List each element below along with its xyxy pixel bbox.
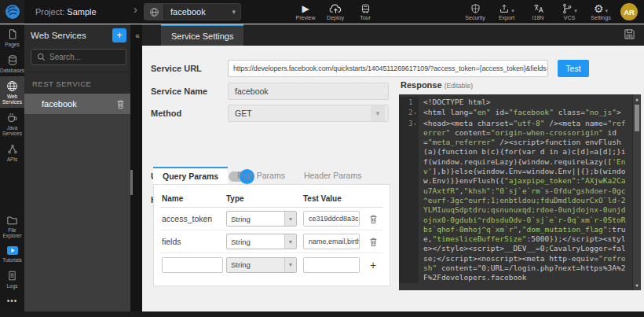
sidebar-item-java-services[interactable]: Java Services xyxy=(0,108,24,139)
web-services-panel: Web Services + Search... REST SERVICE fa… xyxy=(24,24,133,311)
toolbar-right: Security ▾ Export I18N ▾ VCS xyxy=(465,2,611,20)
chevron-down-icon: ▼ xyxy=(284,258,296,272)
tab-service-settings[interactable]: Service Settings xyxy=(161,24,243,46)
bottom-bar xyxy=(0,311,644,317)
rail-spacer xyxy=(0,165,24,211)
chevron-down-icon: ▾ xyxy=(232,8,240,16)
method-select[interactable]: GET ▼ xyxy=(228,105,389,122)
sidebar-item-logs[interactable]: Logs xyxy=(0,266,24,292)
folder-icon xyxy=(6,215,18,226)
i18n-button[interactable]: I18N xyxy=(528,2,548,20)
service-selector-value: facebook xyxy=(164,7,232,17)
service-name-input[interactable]: facebook xyxy=(228,83,389,100)
database-icon xyxy=(7,54,18,66)
vcs-branch-icon xyxy=(562,3,573,14)
param-test-value-input[interactable]: name,email,birthdate xyxy=(303,234,360,249)
service-settings-content: Service URL https://developers.facebook.… xyxy=(142,46,644,311)
response-editor[interactable]: 1 <!DOCTYPE html>2▾<html lang="en" id="f… xyxy=(399,94,641,290)
response-label: Response (Editable) xyxy=(401,80,473,90)
app-root: Project: Sample › facebook ▾ ▶ Preview D… xyxy=(0,0,644,317)
param-row-fields: fields String ▼ name,email,birthdate xyxy=(160,230,383,253)
export-button[interactable]: ▾ Export xyxy=(496,2,517,20)
service-item-name: facebook xyxy=(42,99,77,109)
query-params-card: Name Type Test Value access_token String… xyxy=(153,184,390,286)
param-name: fields xyxy=(160,237,226,246)
col-name: Name xyxy=(160,194,226,203)
method-label: Method xyxy=(151,109,181,118)
search-placeholder: Search... xyxy=(49,53,81,61)
service-url-input[interactable]: https://developers.facebook.com/quicksta… xyxy=(228,60,548,77)
delete-service-button[interactable] xyxy=(116,99,125,109)
logs-icon xyxy=(7,270,17,282)
search-icon xyxy=(37,53,46,61)
collapse-panel-button[interactable]: « xyxy=(133,31,142,40)
security-button[interactable]: Security xyxy=(465,2,485,20)
save-button[interactable] xyxy=(624,28,635,40)
delete-param-button[interactable] xyxy=(363,214,383,224)
param-test-value-input[interactable]: ce319ddcd8a3c44d xyxy=(303,211,360,227)
service-selector-dropdown[interactable]: facebook ▾ xyxy=(144,3,241,20)
tab-header-params[interactable]: Header Params xyxy=(295,167,371,184)
rail-more-button[interactable]: ••• xyxy=(0,292,24,311)
service-name-label: Service Name xyxy=(151,87,207,96)
left-nav-rail: Pages Databases Web Services Java Servic… xyxy=(0,24,24,311)
top-bar: Project: Sample › facebook ▾ ▶ Preview D… xyxy=(0,0,644,24)
new-param-name-input[interactable] xyxy=(162,257,223,273)
service-list-item-facebook[interactable]: facebook xyxy=(24,94,133,114)
logo-icon xyxy=(5,4,20,20)
service-url-label: Service URL xyxy=(151,64,202,73)
new-param-type-select[interactable]: String ▼ xyxy=(226,257,297,273)
user-avatar[interactable]: AR xyxy=(620,3,638,20)
api-nodes-icon xyxy=(7,143,18,155)
new-param-test-value-input[interactable] xyxy=(303,257,360,273)
coffee-cup-icon xyxy=(6,112,18,123)
param-type-select[interactable]: String ▼ xyxy=(226,234,297,249)
services-panel-title: Web Services xyxy=(31,31,86,40)
delete-param-button[interactable] xyxy=(363,237,383,247)
i18n-translate-icon xyxy=(532,2,544,14)
vcs-chevron-icon: ▾ xyxy=(574,8,577,14)
editor-scrollbar[interactable]: ▲ ▼ xyxy=(632,94,641,290)
scroll-up-icon[interactable]: ▲ xyxy=(633,95,641,103)
sidebar-item-databases[interactable]: Databases xyxy=(0,50,24,76)
panel-collapse-strip: « xyxy=(133,24,142,311)
add-service-button[interactable]: + xyxy=(112,28,126,42)
sidebar-item-tutorials[interactable]: Tutorials xyxy=(0,241,24,266)
app-logo[interactable] xyxy=(0,0,24,24)
security-shield-icon xyxy=(470,2,481,14)
deploy-button[interactable]: Deploy xyxy=(325,2,346,20)
response-editor-lines[interactable]: 1 <!DOCTYPE html>2▾<html lang="en" id="f… xyxy=(399,94,632,290)
export-chevron-icon: ▾ xyxy=(511,8,514,14)
tab-path-params[interactable]: Path Params xyxy=(228,167,295,184)
vcs-button[interactable]: ▾ VCS xyxy=(559,2,580,20)
rest-service-section-label: REST SERVICE xyxy=(24,72,133,94)
sidebar-item-apis[interactable]: APIs xyxy=(0,139,24,165)
sidebar-item-web-services[interactable]: Web Services xyxy=(0,76,24,108)
services-panel-empty-area xyxy=(24,114,133,311)
scrollbar-thumb[interactable] xyxy=(635,105,639,131)
sidebar-item-file-explorer[interactable]: File Explorer xyxy=(0,211,24,241)
col-type: Type xyxy=(226,194,303,203)
sidebar-item-pages[interactable]: Pages xyxy=(0,24,24,50)
test-button[interactable]: Test xyxy=(558,60,589,77)
tour-bus-icon xyxy=(360,2,371,14)
tab-query-params[interactable]: Query Params xyxy=(153,167,228,184)
preview-button[interactable]: ▶ Preview xyxy=(295,2,316,20)
scroll-down-icon[interactable]: ▼ xyxy=(633,282,641,289)
param-row-access-token: access_token String ▼ ce319ddcd8a3c44d xyxy=(160,208,383,230)
globe-icon xyxy=(6,80,18,92)
tour-button[interactable]: Tour xyxy=(355,2,375,20)
chevron-down-icon: ▼ xyxy=(371,105,385,121)
param-name: access_token xyxy=(160,214,226,223)
settings-chevron-icon: ▾ xyxy=(606,8,609,14)
param-tabs: Query Params Path Params Header Params xyxy=(153,167,371,184)
service-search-input[interactable]: Search... xyxy=(31,49,126,65)
tutorials-video-icon xyxy=(6,245,19,256)
settings-button[interactable]: ⚙▾ Settings xyxy=(591,2,611,20)
pages-icon xyxy=(7,28,18,40)
param-type-select[interactable]: String ▼ xyxy=(226,211,297,227)
deploy-cloud-icon xyxy=(329,2,342,14)
add-param-button[interactable]: + xyxy=(363,259,383,271)
param-row-new: String ▼ + xyxy=(160,253,383,276)
breadcrumb-chevron-icon: › xyxy=(134,2,137,16)
